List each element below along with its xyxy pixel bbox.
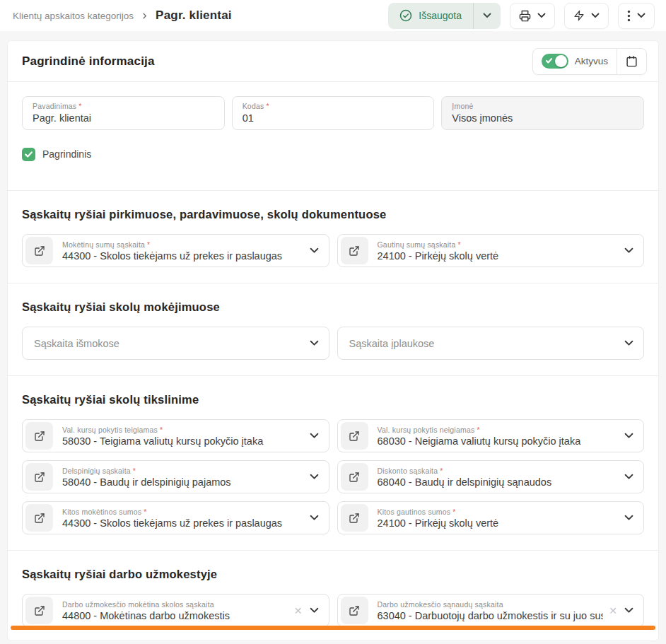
breadcrumb: Klientų apskaitos kategorijos Pagr. klie… xyxy=(13,8,232,23)
active-toggle-label: Aktyvus xyxy=(575,56,608,66)
external-link-icon[interactable] xyxy=(25,237,53,264)
select-value: 24100 - Pirkėjų skolų vertė xyxy=(378,517,618,529)
company-field: Įmonė Visos įmonės xyxy=(441,96,644,130)
name-field-label: Pavadinimas* xyxy=(33,102,214,110)
external-link-icon[interactable] xyxy=(25,422,53,450)
printer-icon xyxy=(519,10,531,22)
code-field[interactable]: Kodas* 01 xyxy=(232,96,435,130)
select-value: 44300 - Skolos tiekėjams už prekes ir pa… xyxy=(62,517,303,529)
salary-payable-account-select[interactable]: Darbo užmokesčio mokėtina skolos sąskait… xyxy=(22,594,329,627)
zap-icon xyxy=(573,10,585,21)
chevron-down-icon xyxy=(591,13,600,18)
chevron-down-icon xyxy=(310,607,319,614)
payout-account-select[interactable]: Sąskaita išmokose xyxy=(22,327,329,360)
active-status-control: Aktyvus xyxy=(532,48,647,75)
check-circle-icon xyxy=(399,9,412,22)
topbar-actions: Išsaugota xyxy=(388,3,655,29)
other-payables-account-select[interactable]: Kitos mokėtinos sumos* 44300 - Skolos ti… xyxy=(22,501,329,534)
fx-loss-account-select[interactable]: Val. kursų pokytis neigiamas* 68030 - Ne… xyxy=(337,419,645,452)
main-card: Pagrindinė informacija Aktyvus xyxy=(7,40,659,641)
select-placeholder: Sąskaita išmokose xyxy=(34,338,303,349)
external-link-icon[interactable] xyxy=(25,504,53,532)
discount-account-select[interactable]: Diskonto sąskaita* 68040 - Baudų ir dels… xyxy=(337,460,645,493)
saved-status-main[interactable]: Išsaugota xyxy=(388,3,473,29)
select-label: Val. kursų pokytis neigiamas* xyxy=(378,426,618,434)
external-link-icon[interactable] xyxy=(341,597,368,624)
section-title: Sąskaitų ryšiai darbo užmokestyje xyxy=(22,568,644,581)
kebab-menu-icon xyxy=(627,10,631,22)
chevron-right-icon xyxy=(141,12,148,20)
chevron-down-icon xyxy=(310,515,319,521)
code-field-value: 01 xyxy=(243,112,424,124)
chevron-down-icon xyxy=(310,474,319,480)
chevron-down-icon xyxy=(310,433,319,439)
chevron-down-icon xyxy=(624,247,633,254)
external-link-icon[interactable] xyxy=(341,237,368,264)
topbar: Klientų apskaitos kategorijos Pagr. klie… xyxy=(0,0,666,31)
external-link-icon[interactable] xyxy=(341,504,368,532)
saved-dropdown-toggle[interactable] xyxy=(473,3,501,29)
select-label: Delspinigių sąskaita* xyxy=(62,467,303,475)
external-link-icon[interactable] xyxy=(341,463,368,491)
section-debt-adjustment-links: Sąskaitų ryšiai skolų tikslinime Val. ku… xyxy=(8,375,658,550)
receivables-sum-account-select[interactable]: Gautinų sumų sąskaita* 24100 - Pirkėjų s… xyxy=(337,234,645,267)
payables-sum-account-select[interactable]: Mokėtinų sumų sąskaita* 44300 - Skolos t… xyxy=(22,234,329,267)
salary-expense-account-select[interactable]: Darbo užmokesčio sąnaudų sąskaita 63040 … xyxy=(337,594,645,627)
select-label: Kitos mokėtinos sumos* xyxy=(62,508,303,516)
external-link-icon[interactable] xyxy=(341,422,368,450)
external-link-icon[interactable] xyxy=(25,463,53,491)
card-title: Pagrindinė informacija xyxy=(22,54,155,69)
select-value: 68030 - Neigiama valiutų kursų pokyčio į… xyxy=(378,435,618,447)
saved-status-button[interactable]: Išsaugota xyxy=(388,3,501,29)
name-field[interactable]: Pavadinimas* Pagr. klientai xyxy=(22,96,225,130)
saved-status-label: Išsaugota xyxy=(419,10,462,21)
select-label: Val. kursų pokytis teigiamas* xyxy=(62,426,303,434)
page-title: Pagr. klientai xyxy=(156,8,232,23)
section-purchase-sales-links: Sąskaitų ryšiai pirkimuose, pardavimuose… xyxy=(8,190,658,283)
section-title: Sąskaitų ryšiai skolų tikslinime xyxy=(22,393,644,406)
chevron-down-icon xyxy=(624,340,633,346)
check-icon xyxy=(546,58,552,64)
quick-actions-button[interactable] xyxy=(564,3,609,29)
code-field-label: Kodas* xyxy=(243,102,424,110)
main-fields-row: Pavadinimas* Pagr. klientai Kodas* 01 Įm… xyxy=(22,96,644,130)
select-label: Mokėtinų sumų sąskaita* xyxy=(62,240,303,249)
other-receivables-account-select[interactable]: Kitos gautinos sumos* 24100 - Pirkėjų sk… xyxy=(337,501,645,534)
card-header: Pagrindinė informacija Aktyvus xyxy=(8,41,658,82)
breadcrumb-parent-link[interactable]: Klientų apskaitos kategorijos xyxy=(13,11,134,21)
toggle-switch-on[interactable] xyxy=(542,54,568,69)
more-menu-button[interactable] xyxy=(618,3,655,29)
section-debt-payments-links: Sąskaitų ryšiai skolų mokėjimuose Sąskai… xyxy=(8,283,658,375)
late-fees-account-select[interactable]: Delspinigių sąskaita* 58040 - Baudų ir d… xyxy=(22,460,329,493)
chevron-down-icon xyxy=(624,515,633,521)
progress-indicator-bar xyxy=(11,626,655,630)
company-field-label: Įmonė xyxy=(452,102,633,110)
external-link-icon[interactable] xyxy=(25,597,53,624)
main-checkbox-label: Pagrindinis xyxy=(42,148,91,160)
clear-icon[interactable]: ✕ xyxy=(609,605,617,616)
select-value: 24100 - Pirkėjų skolų vertė xyxy=(378,250,618,262)
main-checkbox-row[interactable]: Pagrindinis xyxy=(22,147,644,161)
clear-icon[interactable]: ✕ xyxy=(294,605,303,616)
chevron-down-icon xyxy=(537,13,546,18)
select-label: Darbo užmokesčio mokėtina skolos sąskait… xyxy=(62,600,288,609)
select-label: Kitos gautinos sumos* xyxy=(378,508,618,516)
chevron-down-icon xyxy=(483,13,491,18)
checkbox-checked-icon[interactable] xyxy=(22,148,35,161)
fx-gain-account-select[interactable]: Val. kursų pokytis teigiamas* 58030 - Te… xyxy=(22,419,329,452)
select-placeholder: Sąskaita įplaukose xyxy=(349,338,618,349)
chevron-down-icon xyxy=(624,607,633,614)
select-label: Darbo užmokesčio sąnaudų sąskaita xyxy=(378,600,604,609)
toggle-knob xyxy=(555,55,567,67)
print-button[interactable] xyxy=(510,3,555,29)
select-label: Diskonto sąskaita* xyxy=(378,467,618,475)
select-value: 58040 - Baudų ir delspinigių pajamos xyxy=(62,476,303,488)
name-field-value: Pagr. klientai xyxy=(33,112,214,124)
page: { "page": { "breadcrumb": { "parent": "K… xyxy=(0,0,666,644)
active-toggle[interactable]: Aktyvus xyxy=(533,49,617,74)
select-label: Gautinų sumų sąskaita* xyxy=(378,240,618,249)
chevron-down-icon xyxy=(624,474,633,480)
inflow-account-select[interactable]: Sąskaita įplaukose xyxy=(337,327,645,360)
calendar-button[interactable] xyxy=(617,49,646,74)
company-field-value: Visos įmonės xyxy=(452,112,633,124)
